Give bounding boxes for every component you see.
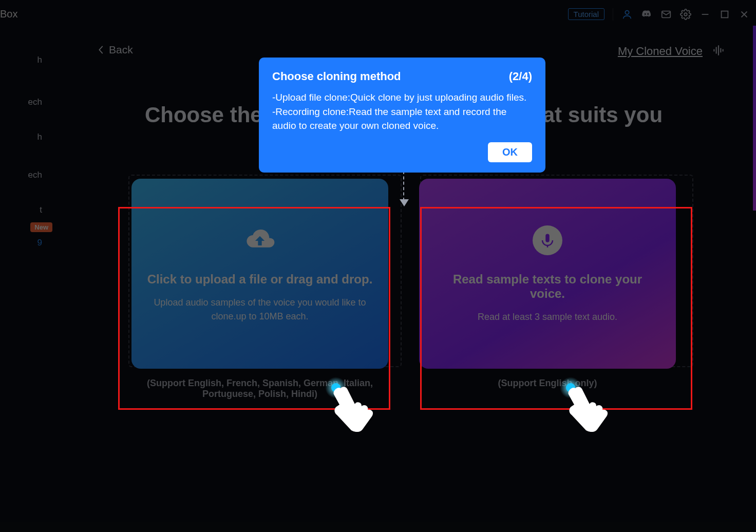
record-card-subtitle: Read at least 3 sample text audio. — [478, 310, 617, 324]
svg-rect-4 — [722, 11, 728, 17]
svg-point-0 — [625, 10, 629, 14]
cursor-hand-icon — [560, 377, 621, 433]
upload-file-card[interactable]: Click to upload a file or drag and drop.… — [131, 179, 388, 369]
sidebar-item[interactable]: h — [0, 126, 51, 148]
titlebar-right: Tutorial — [568, 8, 750, 21]
upload-card-subtitle: Upload audio samples of the voice you wo… — [149, 296, 370, 324]
new-badge: New — [30, 222, 52, 232]
back-button[interactable]: Back — [98, 44, 133, 56]
cursor-hand-icon — [325, 377, 387, 433]
cards-row: Click to upload a file or drag and drop.… — [121, 179, 686, 369]
tooltip-title: Choose cloning method — [272, 70, 401, 83]
tutorial-button[interactable]: Tutorial — [568, 8, 604, 20]
microphone-icon — [531, 224, 564, 257]
upload-card-title: Click to upload a file or drag and drop. — [147, 272, 373, 287]
tooltip-body: -Upload file clone:Quick clone by just u… — [272, 90, 532, 133]
tooltip-arrow-line — [403, 171, 404, 201]
back-label: Back — [109, 44, 133, 56]
maximize-icon[interactable] — [719, 9, 730, 20]
top-right-links: My Cloned Voice — [618, 44, 725, 59]
gear-icon[interactable] — [680, 9, 691, 20]
user-icon[interactable] — [621, 9, 633, 20]
my-cloned-voice-link[interactable]: My Cloned Voice — [618, 45, 703, 58]
record-voice-card[interactable]: Read sample texts to clone your voice. R… — [419, 179, 676, 369]
tooltip-line-2: -Recording clone:Read the sample text an… — [272, 105, 532, 133]
tooltip-line-1: -Upload file clone:Quick clone by just u… — [272, 90, 532, 105]
sidebar-item-label: 9 — [37, 238, 42, 248]
tutorial-tooltip: Choose cloning method (2/4) -Upload file… — [259, 58, 545, 173]
tooltip-arrow-head — [400, 199, 409, 206]
tooltip-step: (2/4) — [509, 70, 532, 83]
record-support-text: (Support English only) — [419, 378, 676, 400]
discord-icon[interactable] — [641, 9, 652, 20]
mail-icon[interactable] — [660, 9, 672, 20]
app-title: Box — [0, 8, 17, 20]
sidebar-item-active[interactable]: New 9 — [0, 232, 51, 254]
tooltip-ok-button[interactable]: OK — [488, 142, 532, 162]
svg-point-2 — [684, 13, 687, 16]
window-right-accent — [753, 26, 756, 211]
sidebar-item[interactable]: t — [0, 199, 51, 221]
cloud-upload-icon — [243, 224, 276, 257]
sidebar: h ech h ech t New 9 — [0, 28, 51, 532]
titlebar: Box Tutorial — [0, 0, 756, 28]
sidebar-item[interactable]: h — [0, 49, 51, 71]
waveform-icon[interactable] — [712, 44, 725, 59]
record-card-title: Read sample texts to clone your voice. — [434, 272, 660, 301]
sidebar-item[interactable]: ech — [0, 164, 51, 186]
close-icon[interactable] — [739, 9, 750, 20]
titlebar-separator — [613, 8, 613, 21]
minimize-icon[interactable] — [700, 9, 711, 20]
sidebar-item[interactable]: ech — [0, 91, 51, 113]
